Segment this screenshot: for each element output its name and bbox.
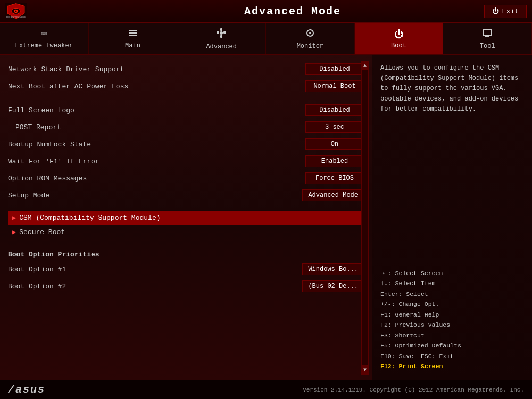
nav-tabs: ⌨ Extreme Tweaker Main Advanced Monitor … xyxy=(0,23,532,55)
tab-boot-label: Boot xyxy=(391,42,406,49)
separator-1 xyxy=(8,98,364,98)
header: REPUBLIC OF GAMERS Advanced Mode ⏻ Exit xyxy=(0,0,532,23)
extreme-tweaker-icon: ⌨ xyxy=(41,28,47,40)
key-hint-f10-esc: F10: Save ESC: Exit xyxy=(380,351,524,362)
setting-wait-f1: Wait For 'F1' If Error Enabled xyxy=(8,153,364,170)
main-icon xyxy=(128,29,138,40)
setting-boot2: Boot Option #2 (Bus 02 De... xyxy=(8,278,364,295)
svg-rect-6 xyxy=(129,30,137,31)
tab-advanced[interactable]: Advanced xyxy=(177,23,266,54)
tab-monitor[interactable]: Monitor xyxy=(266,23,355,54)
key-hint-f5: F5: Optimized Defaults xyxy=(380,340,524,351)
setting-full-screen-logo-value[interactable]: Disabled xyxy=(305,104,364,116)
key-hint-f12: F12: Print Screen xyxy=(380,361,524,372)
scroll-up-button[interactable]: ▲ xyxy=(361,61,369,70)
key-hints: →←: Select Screen ↑↓: Select Item Enter:… xyxy=(380,268,524,372)
submenu-csm-arrow-icon: ▶ xyxy=(12,214,16,222)
exit-button[interactable]: ⏻ Exit xyxy=(484,5,527,18)
key-hint-enter: Enter: Select xyxy=(380,289,524,300)
submenu-csm[interactable]: ▶ CSM (Compatibility Support Module) xyxy=(8,211,364,225)
rog-logo-icon: REPUBLIC OF GAMERS xyxy=(5,2,27,20)
setting-wait-f1-value[interactable]: Enabled xyxy=(305,155,364,167)
key-hint-f2: F2: Previous Values xyxy=(380,320,524,330)
boot-priorities-header: Boot Option Priorities xyxy=(8,246,364,261)
svg-rect-8 xyxy=(129,35,137,36)
svg-rect-17 xyxy=(483,29,492,36)
tab-advanced-label: Advanced xyxy=(206,43,237,51)
setting-post-report-value[interactable]: 3 sec xyxy=(305,121,364,133)
key-hint-f3: F3: Shortcut xyxy=(380,330,524,341)
svg-text:REPUBLIC OF GAMERS: REPUBLIC OF GAMERS xyxy=(6,16,26,19)
submenu-secure-boot-arrow-icon: ▶ xyxy=(12,228,16,236)
setting-bootup-numlock-value[interactable]: On xyxy=(305,138,364,150)
setting-network-stack-value[interactable]: Disabled xyxy=(305,63,364,75)
setting-boot2-label: Boot Option #2 xyxy=(8,282,302,290)
logo-area: REPUBLIC OF GAMERS xyxy=(5,2,101,20)
setting-setup-mode: Setup Mode Advanced Mode xyxy=(8,187,364,204)
key-hint-f1: F1: General Help xyxy=(380,310,524,320)
submenu-csm-label: CSM (Compatibility Support Module) xyxy=(19,214,160,222)
setting-post-report: POST Report 3 sec xyxy=(8,119,364,136)
setting-boot2-value[interactable]: (Bus 02 De... xyxy=(302,280,364,292)
tab-tool[interactable]: Tool xyxy=(443,23,532,54)
setting-bootup-numlock-label: Bootup NumLock State xyxy=(8,140,305,148)
setting-wait-f1-label: Wait For 'F1' If Error xyxy=(8,157,305,165)
svg-point-15 xyxy=(309,32,311,34)
asus-logo: /asus xyxy=(8,383,45,396)
footer: /asus Version 2.14.1219. Copyright (C) 2… xyxy=(0,380,532,399)
submenu-secure-boot-label: Secure Boot xyxy=(19,228,65,236)
setting-post-report-label: POST Report xyxy=(8,123,305,131)
separator-3 xyxy=(8,243,364,243)
scroll-down-button[interactable]: ▼ xyxy=(361,365,369,374)
power-icon: ⏻ xyxy=(492,7,499,15)
setting-boot1-value[interactable]: Windows Bo... xyxy=(302,263,364,275)
tab-extreme-tweaker-label: Extreme Tweaker xyxy=(15,42,73,49)
setting-network-stack: Network Stack Driver Support Disabled xyxy=(8,61,364,78)
setting-network-stack-label: Network Stack Driver Support xyxy=(8,65,305,73)
setting-boot1-label: Boot Option #1 xyxy=(8,265,302,273)
svg-rect-12 xyxy=(217,31,219,34)
right-panel: Allows you to configure the CSM (Compati… xyxy=(372,55,532,380)
setting-full-screen-logo: Full Screen Logo Disabled xyxy=(8,102,364,119)
advanced-icon xyxy=(216,28,227,41)
setting-boot1: Boot Option #1 Windows Bo... xyxy=(8,261,364,278)
setting-option-rom-label: Option ROM Messages xyxy=(8,174,305,182)
exit-label: Exit xyxy=(502,7,519,15)
tab-main[interactable]: Main xyxy=(89,23,178,54)
setting-full-screen-logo-label: Full Screen Logo xyxy=(8,106,305,114)
tab-tool-label: Tool xyxy=(480,43,495,50)
tab-extreme-tweaker[interactable]: ⌨ Extreme Tweaker xyxy=(0,23,89,54)
boot-icon: ⏻ xyxy=(394,29,404,40)
setting-setup-mode-value[interactable]: Advanced Mode xyxy=(302,189,364,201)
svg-point-13 xyxy=(220,31,223,35)
svg-rect-7 xyxy=(129,32,137,34)
setting-bootup-numlock: Bootup NumLock State On xyxy=(8,136,364,153)
scrollbar-track: ▲ ▼ xyxy=(361,61,369,375)
setting-option-rom-value[interactable]: Force BIOS xyxy=(305,172,364,184)
svg-rect-10 xyxy=(223,31,226,34)
setting-next-boot-value[interactable]: Normal Boot xyxy=(305,80,364,92)
svg-rect-11 xyxy=(220,35,222,38)
header-title: Advanced Mode xyxy=(101,5,484,18)
setting-setup-mode-label: Setup Mode xyxy=(8,192,302,200)
setting-next-boot-label: Next Boot after AC Power Loss xyxy=(8,82,305,90)
svg-rect-19 xyxy=(484,37,491,37)
key-hint-change-opt: +/-: Change Opt. xyxy=(380,299,524,310)
svg-point-4 xyxy=(15,10,16,12)
svg-rect-9 xyxy=(220,28,222,31)
key-hint-select-screen: →←: Select Screen xyxy=(380,268,524,279)
content-area: Network Stack Driver Support Disabled Ne… xyxy=(0,55,532,380)
separator-2 xyxy=(8,207,364,207)
left-panel: Network Stack Driver Support Disabled Ne… xyxy=(0,55,372,380)
tab-boot[interactable]: ⏻ Boot xyxy=(355,23,444,54)
tool-icon xyxy=(482,28,493,40)
tab-monitor-label: Monitor xyxy=(297,43,323,50)
setting-next-boot: Next Boot after AC Power Loss Normal Boo… xyxy=(8,78,364,95)
setting-option-rom: Option ROM Messages Force BIOS xyxy=(8,170,364,187)
tab-main-label: Main xyxy=(125,42,140,49)
svg-rect-18 xyxy=(485,36,489,37)
monitor-icon xyxy=(305,28,315,40)
key-hint-select-item: ↑↓: Select Item xyxy=(380,278,524,289)
version-text: Version 2.14.1219. Copyright (C) 2012 Am… xyxy=(303,387,524,393)
submenu-secure-boot[interactable]: ▶ Secure Boot xyxy=(8,225,364,239)
